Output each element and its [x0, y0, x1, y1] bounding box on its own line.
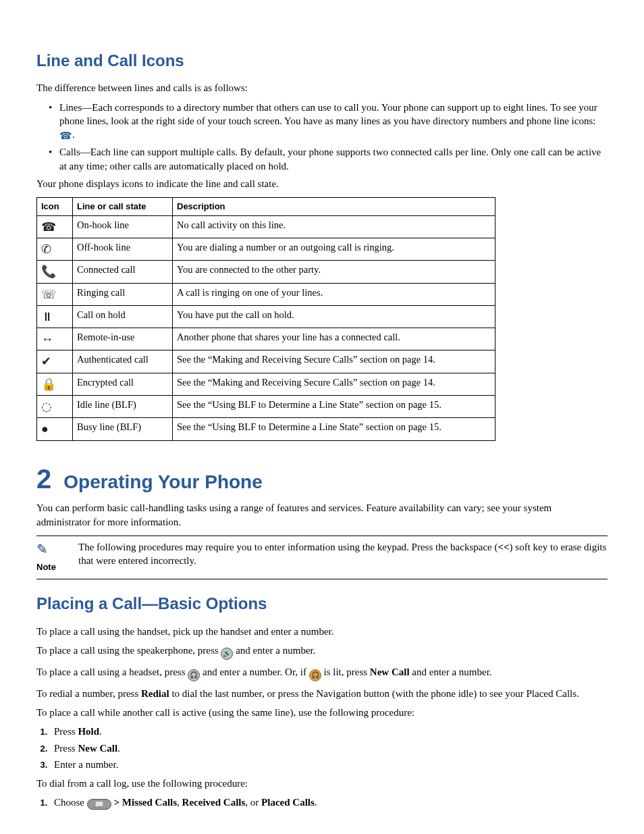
- row-state: Authenticated call: [73, 350, 173, 373]
- row-state: On-hook line: [73, 215, 173, 238]
- or-text: , or: [245, 797, 261, 808]
- s2pre: Choose: [54, 797, 87, 808]
- row-icon: ✔: [37, 350, 73, 373]
- headset-lit-icon: 🎧: [309, 669, 321, 681]
- call-log-steps: Choose 📖 > Missed Calls, Received Calls,…: [50, 796, 608, 810]
- bullet-lines: Lines—Each corresponds to a directory nu…: [49, 101, 608, 143]
- note-label: Note: [36, 562, 56, 572]
- p-headset: To place a call using a headset, press 🎧…: [36, 665, 608, 681]
- row-icon: ☏: [37, 283, 73, 305]
- row-desc: See the “Making and Receiving Secure Cal…: [173, 373, 495, 395]
- table-row: ✆Off-hook lineYou are dialing a number o…: [37, 238, 495, 260]
- received-calls-label: Received Calls: [182, 797, 246, 808]
- section-heading-icons: Line and Call Icons: [36, 50, 608, 72]
- row-state: Connected call: [73, 261, 173, 283]
- p-call-log: To dial from a call log, use the followi…: [36, 777, 608, 790]
- p2a: To place a call using the speakerphone, …: [36, 645, 221, 656]
- note-block: ✎ Note The following procedures may requ…: [36, 536, 608, 579]
- th-desc: Description: [173, 198, 495, 216]
- procedure-step: Enter a number.: [50, 758, 608, 771]
- menu-arrow: >: [111, 797, 122, 808]
- call-log-step-1: Choose 📖 > Missed Calls, Received Calls,…: [50, 796, 608, 810]
- row-state: Call on hold: [73, 305, 173, 328]
- table-row: 📞Connected callYou are connected to the …: [37, 261, 495, 283]
- row-desc: See the “Using BLF to Determine a Line S…: [173, 418, 495, 440]
- table-lead: Your phone displays icons to indicate th…: [36, 177, 608, 190]
- note-icon: ✎: [36, 540, 66, 558]
- table-row: 🔒Encrypted callSee the “Making and Recei…: [37, 373, 495, 395]
- th-state: Line or call state: [73, 198, 173, 216]
- p4b: to dial the last number, or press the Na…: [169, 688, 579, 699]
- note-body: The following procedures may require you…: [78, 540, 608, 568]
- row-desc: See the “Using BLF to Determine a Line S…: [173, 396, 495, 418]
- chapter-intro: You can perform basic call-handling task…: [36, 501, 608, 529]
- row-desc: You are dialing a number or an outgoing …: [173, 238, 495, 260]
- icon-state-table: Icon Line or call state Description ☎On-…: [36, 197, 495, 441]
- placed-calls-label: Placed Calls: [261, 797, 315, 808]
- row-desc: No call activity on this line.: [173, 215, 495, 238]
- row-desc: A call is ringing on one of your lines.: [173, 283, 495, 305]
- row-icon: ⏸: [37, 305, 73, 328]
- table-row: ↔Remote-in-useAnother phone that shares …: [37, 328, 495, 350]
- procedure-steps: Press Hold.Press New Call.Enter a number…: [50, 725, 608, 771]
- bullet-list: Lines—Each corresponds to a directory nu…: [49, 101, 608, 173]
- bullet-calls: Calls—Each line can support multiple cal…: [49, 145, 608, 173]
- p3a: To place a call using a headset, press: [36, 667, 188, 677]
- comma1: ,: [177, 797, 182, 808]
- row-state: Ringing call: [73, 283, 173, 305]
- chapter-heading: 2 Operating Your Phone: [36, 465, 608, 495]
- chapter-number: 2: [36, 465, 51, 492]
- p-speakerphone: To place a call using the speakerphone, …: [36, 644, 608, 660]
- new-call-label: New Call: [370, 667, 410, 677]
- row-icon: ↔: [37, 328, 73, 350]
- p-redial: To redial a number, press Redial to dial…: [36, 687, 608, 700]
- missed-calls-label: Missed Calls: [122, 797, 177, 808]
- redial-label: Redial: [141, 688, 169, 699]
- intro-paragraph: The difference between lines and calls i…: [36, 81, 608, 95]
- p3d: and enter a number.: [410, 667, 492, 677]
- th-icon: Icon: [37, 198, 73, 216]
- p2b: and enter a number.: [233, 645, 315, 656]
- period: .: [315, 797, 317, 808]
- row-desc: See the “Making and Receiving Secure Cal…: [173, 350, 495, 373]
- p4a: To redial a number, press: [36, 688, 141, 699]
- p3b: and enter a number. Or, if: [200, 667, 308, 677]
- row-state: Remote-in-use: [73, 328, 173, 350]
- section-heading-placing: Placing a Call—Basic Options: [36, 593, 608, 615]
- row-state: Busy line (BLF): [73, 418, 173, 440]
- row-state: Off-hook line: [73, 238, 173, 260]
- table-row: ⏸Call on holdYou have put the call on ho…: [37, 305, 495, 328]
- table-row: ●Busy line (BLF)See the “Using BLF to De…: [37, 418, 495, 440]
- row-state: Encrypted call: [73, 373, 173, 395]
- table-row: ☎On-hook lineNo call activity on this li…: [37, 215, 495, 238]
- directories-button-icon: 📖: [87, 799, 111, 810]
- headset-button-icon: 🎧: [188, 669, 200, 681]
- row-icon: ☎: [37, 215, 73, 238]
- row-icon: ◌: [37, 396, 73, 418]
- row-icon: 📞: [37, 261, 73, 283]
- chapter-title: Operating Your Phone: [63, 469, 263, 495]
- bullet-lines-text: Lines—Each corresponds to a directory nu…: [59, 102, 597, 126]
- row-icon: 🔒: [37, 373, 73, 395]
- table-row: ◌Idle line (BLF)See the “Using BLF to De…: [37, 396, 495, 418]
- row-state: Idle line (BLF): [73, 396, 173, 418]
- speaker-button-icon: 🔊: [221, 648, 233, 660]
- row-desc: Another phone that shares your line has …: [173, 328, 495, 350]
- p-handset: To place a call using the handset, pick …: [36, 625, 608, 638]
- row-desc: You have put the call on hold.: [173, 305, 495, 328]
- row-icon: ●: [37, 418, 73, 440]
- row-desc: You are connected to the other party.: [173, 261, 495, 283]
- row-icon: ✆: [37, 238, 73, 260]
- note-text-a: The following procedures may require you…: [78, 542, 498, 552]
- directories-glyph: 📖: [95, 800, 104, 808]
- table-row: ✔Authenticated callSee the “Making and R…: [37, 350, 495, 373]
- procedure-step: Press Hold.: [50, 725, 608, 738]
- p3c: is lit, press: [321, 667, 370, 677]
- p-active-call: To place a call while another call is ac…: [36, 706, 608, 719]
- phone-line-icon: ☎: [59, 129, 72, 142]
- procedure-step: Press New Call.: [50, 741, 608, 755]
- table-row: ☏Ringing callA call is ringing on one of…: [37, 283, 495, 305]
- backspace-key: <<: [498, 542, 509, 552]
